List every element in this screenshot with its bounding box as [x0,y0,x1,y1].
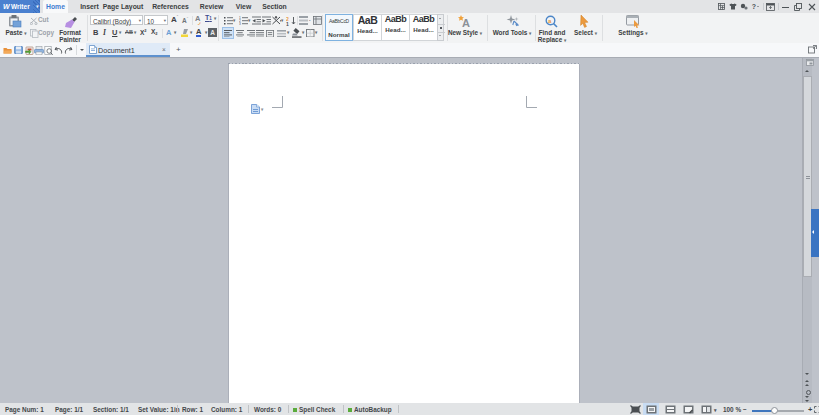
svg-text:A: A [462,17,470,28]
svg-text:3: 3 [239,22,241,25]
svg-text:a: a [548,18,552,24]
svg-text:1: 1 [286,21,289,26]
